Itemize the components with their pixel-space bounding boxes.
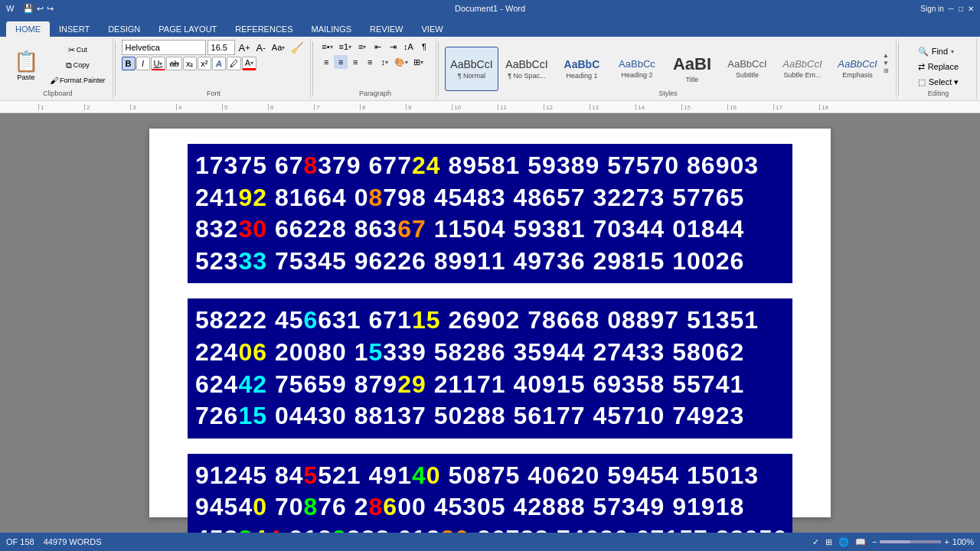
zoom-in-button[interactable]: +	[944, 537, 949, 546]
align-center-button[interactable]: ≡	[334, 55, 348, 69]
italic-button[interactable]: I	[136, 57, 150, 70]
page-info: OF 158	[6, 537, 34, 546]
subscript-button[interactable]: x₂	[183, 57, 197, 70]
sign-in-btn[interactable]: Sign in	[920, 5, 944, 13]
style-emphasis[interactable]: AaBbCcI Emphasis	[831, 47, 877, 91]
text-effects-button[interactable]: A	[212, 57, 226, 70]
sort-button[interactable]: ↕A	[401, 40, 416, 54]
text-block-1[interactable]: 17375 678379 67724 89581 59389 57570 869…	[188, 144, 792, 283]
paste-button[interactable]: 📋 Paste	[8, 48, 44, 83]
change-case-button[interactable]: Aa▾	[270, 41, 287, 54]
tab-view[interactable]: VIEW	[413, 21, 452, 37]
styles-scroll[interactable]: ▲ ▼ ⊞	[880, 53, 891, 85]
shading-button[interactable]: 🎨▾	[392, 55, 410, 69]
tab-mailings[interactable]: MAILINGS	[302, 21, 361, 37]
text-block-2[interactable]: 58222 456631 67115 26902 78668 08897 513…	[188, 298, 792, 438]
grow-font-button[interactable]: A+	[237, 41, 253, 54]
bold-button[interactable]: B	[122, 57, 136, 70]
print-layout-icon[interactable]: ⊞	[825, 537, 832, 547]
quick-access-save[interactable]: 💾	[23, 4, 34, 14]
zoom-out-button[interactable]: −	[872, 537, 877, 546]
tab-design[interactable]: DESIGN	[99, 21, 149, 37]
ribbon-group-paragraph: ≡•▾ ≡1▾ ≡▾ ⇤ ⇥ ↕A ¶ ≡ ≡ ≡ ≡ ↕▾ 🎨▾ ⊞▾ Par…	[315, 38, 436, 99]
cut-button[interactable]: ✂ Cut	[47, 43, 108, 57]
style-no-spacing[interactable]: AaBbCcI ¶ No Spac...	[500, 47, 554, 91]
ribbon-group-styles: AaBbCcI ¶ Normal AaBbCcI ¶ No Spac... Aa…	[440, 38, 897, 99]
underline-button[interactable]: U▾	[151, 57, 166, 70]
paste-area: 📋 Paste ✂ Cut ⧉ Copy 🖌 Format Painter	[8, 40, 108, 87]
tab-home[interactable]: HOME	[6, 21, 50, 37]
style-subtle-em[interactable]: AaBbCcI Subtle Em...	[776, 47, 829, 91]
tab-references[interactable]: REFERENCES	[226, 21, 302, 37]
style-em-label: Emphasis	[842, 71, 873, 79]
shrink-font-button[interactable]: A-	[254, 41, 268, 54]
clear-format-button[interactable]: 🧹	[289, 41, 305, 54]
style-normal[interactable]: AaBbCcI ¶ Normal	[445, 47, 498, 91]
copy-button[interactable]: ⧉ Copy	[47, 58, 108, 72]
copy-icon: ⧉	[66, 60, 72, 70]
font-name-input[interactable]	[122, 40, 206, 55]
style-subtitle[interactable]: AaBbCcI Subtitle	[720, 47, 774, 91]
paste-icon: 📋	[14, 50, 38, 73]
increase-indent-button[interactable]: ⇥	[386, 40, 400, 54]
bullets-button[interactable]: ≡•▾	[319, 40, 335, 54]
ruler-mark-2: 3	[130, 104, 176, 110]
decrease-indent-button[interactable]: ⇤	[371, 40, 384, 54]
tab-insert[interactable]: INSERT	[50, 21, 99, 37]
styles-gallery: AaBbCcI ¶ Normal AaBbCcI ¶ No Spac... Aa…	[445, 47, 877, 91]
styles-scroll-down-icon[interactable]: ▼	[880, 60, 891, 67]
line-2-4: 72615 04430 88137 50288 56177 45710 7492…	[195, 400, 785, 432]
zoom-bar: − + 100%	[872, 537, 974, 546]
strikethrough-button[interactable]: ab	[166, 57, 181, 70]
maximize-btn[interactable]: □	[959, 5, 963, 13]
zoom-slider[interactable]	[880, 540, 941, 543]
read-mode-icon[interactable]: 📖	[855, 537, 866, 547]
ribbon-group-font: A+ A- Aa▾ 🧹 B I U▾ ab x₂ x² A 🖊 A▾ Font	[117, 38, 312, 99]
tab-page-layout[interactable]: PAGE LAYOUT	[149, 21, 226, 37]
line-2-2: 22406 20080 15339 58286 35944 27433 5806…	[195, 337, 785, 369]
ruler-mark-14: 15	[681, 104, 727, 110]
clipboard-label: Clipboard	[3, 90, 113, 97]
web-layout-icon[interactable]: 🌐	[838, 537, 849, 547]
justify-button[interactable]: ≡	[363, 55, 377, 69]
minimize-btn[interactable]: ─	[949, 5, 954, 13]
ruler-marks: 1 2 3 4 5 6 7 8 9 10 11 12 13 14 15 16 1…	[38, 104, 980, 110]
style-title[interactable]: AaBI Title	[665, 47, 719, 91]
style-subtle-preview: AaBbCcI	[782, 58, 822, 70]
replace-button[interactable]: ⇄ Replace	[916, 60, 962, 73]
multilevel-list-button[interactable]: ≡▾	[355, 40, 369, 54]
numbering-button[interactable]: ≡1▾	[337, 40, 354, 54]
line-spacing-button[interactable]: ↕▾	[377, 55, 391, 69]
show-hide-button[interactable]: ¶	[417, 40, 431, 54]
select-button[interactable]: ⬚ Select ▾	[916, 75, 962, 89]
find-button[interactable]: 🔍 Find ▾	[916, 44, 962, 58]
quick-access-undo[interactable]: ↩	[37, 4, 44, 14]
styles-scroll-up-icon[interactable]: ▲	[880, 53, 891, 59]
close-btn[interactable]: ✕	[968, 5, 974, 13]
ruler-mark-16: 17	[773, 104, 819, 110]
styles-more-icon[interactable]: ⊞	[880, 68, 891, 74]
format-painter-button[interactable]: 🖌 Format Painter	[47, 73, 108, 87]
spelling-check-icon[interactable]: ✓	[812, 537, 819, 547]
style-subtitle-label: Subtitle	[736, 71, 759, 79]
style-title-label: Title	[686, 76, 699, 83]
style-heading2[interactable]: AaBbCc Heading 2	[610, 47, 664, 91]
quick-access-redo[interactable]: ↪	[47, 4, 54, 14]
style-heading1[interactable]: AaBbC Heading 1	[555, 47, 609, 91]
text-block-3[interactable]: 91245 845521 49140 50875 40620 59454 150…	[188, 454, 792, 533]
ruler-mark-12: 13	[590, 104, 635, 110]
style-normal-label: ¶ Normal	[458, 72, 485, 80]
text-highlight-button[interactable]: 🖊	[227, 57, 241, 70]
tab-review[interactable]: REVIEW	[361, 21, 412, 37]
line-3-1: 91245 845521 49140 50875 40620 59454 150…	[195, 460, 785, 492]
align-left-button[interactable]: ≡	[319, 55, 333, 69]
ruler-mark-11: 12	[544, 104, 590, 110]
align-right-button[interactable]: ≡	[348, 55, 362, 69]
border-button[interactable]: ⊞▾	[411, 55, 426, 69]
ribbon-group-clipboard: 📋 Paste ✂ Cut ⧉ Copy 🖌 Format Painter	[3, 38, 113, 99]
word-logo: W	[6, 4, 14, 13]
superscript-button[interactable]: x²	[198, 57, 211, 70]
font-size-input[interactable]	[207, 40, 235, 55]
font-color-button[interactable]: A▾	[242, 57, 256, 70]
zoom-level: 100%	[952, 537, 974, 546]
